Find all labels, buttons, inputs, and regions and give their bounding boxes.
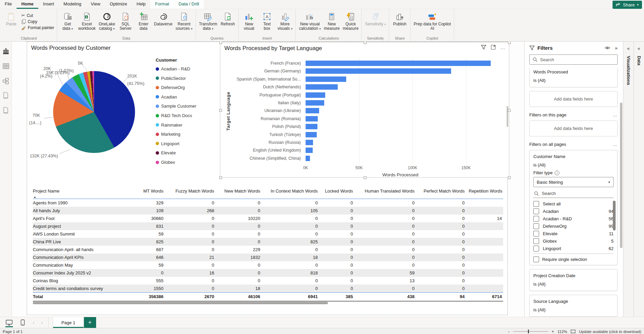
table-horizontal-scrollbar[interactable] bbox=[33, 302, 328, 304]
resize-handle[interactable] bbox=[508, 109, 511, 112]
table-row[interactable]: Communication April- all hands6870229000… bbox=[33, 246, 503, 253]
get-data-button[interactable]: Getdata ▾ bbox=[59, 10, 76, 32]
dataverse-button[interactable]: Dataverse bbox=[153, 10, 174, 27]
pie-legend-item[interactable]: Globex bbox=[156, 160, 175, 165]
tab-data-drill[interactable]: Data / Drill bbox=[174, 0, 204, 9]
tmdl-view-button[interactable]: TMDL bbox=[2, 107, 10, 115]
filter-card-words-processed[interactable]: Words Processedis (All) bbox=[529, 68, 618, 87]
mobile-layout-button[interactable] bbox=[18, 318, 27, 327]
share-button[interactable]: Share ▾ bbox=[613, 1, 642, 9]
expand-pane-icon[interactable]: « bbox=[638, 46, 640, 51]
new-visual-calculation-button[interactable]: fxNew visualcalculation ▾ bbox=[297, 10, 322, 32]
table-row[interactable]: Communication April KPIs64621183218000 bbox=[33, 253, 503, 261]
zoom-in-button[interactable]: + bbox=[552, 329, 554, 334]
resize-handle[interactable] bbox=[364, 42, 367, 44]
more-options-icon[interactable]: … bbox=[613, 142, 618, 147]
tab-modeling[interactable]: Modeling bbox=[59, 0, 86, 9]
more-visuals-button[interactable]: Morevisuals ▾ bbox=[276, 10, 294, 32]
report-page[interactable]: Words Processed by Customer201K(41.75%)1… bbox=[27, 42, 508, 315]
zoom-slider-thumb[interactable] bbox=[528, 330, 529, 333]
bar[interactable] bbox=[306, 108, 319, 113]
column-header[interactable]: Human Translated Words bbox=[353, 188, 415, 199]
filter-card-source-language[interactable]: Source Languageis (All) bbox=[529, 295, 618, 317]
filter-option[interactable]: Acadian - R&D56 bbox=[533, 215, 614, 222]
pie-legend-item[interactable]: Rainmaker bbox=[156, 123, 182, 128]
bar[interactable] bbox=[306, 156, 310, 161]
copy-button[interactable]: Copy bbox=[20, 19, 55, 24]
pie-legend-item[interactable]: Sample Customer bbox=[156, 104, 196, 109]
expand-pane-icon[interactable]: « bbox=[627, 46, 630, 51]
table-row[interactable]: April's Fool30660010220000014 bbox=[33, 215, 503, 222]
bar[interactable] bbox=[306, 124, 317, 129]
tab-help[interactable]: Help bbox=[132, 0, 151, 9]
zoom-out-button[interactable]: - bbox=[508, 329, 510, 334]
data-pane-collapsed[interactable]: « Data bbox=[634, 42, 644, 317]
bar[interactable] bbox=[306, 132, 317, 137]
table-row[interactable]: AWS London Summit59000000 bbox=[33, 230, 503, 238]
onelake-catalog-button[interactable]: OneLakecatalog ▾ bbox=[97, 10, 116, 32]
dax-query-view-button[interactable]: DAX bbox=[2, 92, 10, 100]
model-view-button[interactable] bbox=[2, 77, 10, 85]
table-row[interactable]: August project831000000 bbox=[33, 222, 503, 230]
column-header[interactable]: New Match Words bbox=[214, 188, 260, 199]
checkbox[interactable] bbox=[533, 238, 539, 244]
bar-chart-visual[interactable]: Words Processed by Target Language…Frenc… bbox=[220, 42, 509, 178]
recent-sources-button[interactable]: Recentsources ▾ bbox=[174, 10, 194, 32]
table-visual[interactable]: Project NameMT WordsFuzzy Match WordsNew… bbox=[33, 188, 503, 302]
table-row[interactable]: China PR Live82500825000 bbox=[33, 238, 503, 246]
pie-legend-item[interactable]: PublicSector bbox=[156, 76, 186, 81]
filter-type-dropdown[interactable]: Basic filtering▾ bbox=[533, 177, 614, 187]
require-single-selection-row[interactable]: Require single selection bbox=[533, 253, 614, 262]
bar[interactable] bbox=[306, 84, 338, 90]
pie-legend-item[interactable]: Lingoport bbox=[156, 141, 179, 146]
checkbox[interactable] bbox=[533, 208, 539, 214]
checkbox[interactable] bbox=[533, 246, 539, 251]
column-header[interactable]: Fuzzy Match Words bbox=[163, 188, 214, 199]
checkbox[interactable] bbox=[533, 231, 539, 237]
new-page-button[interactable]: + bbox=[84, 317, 96, 328]
transform-data-button[interactable]: Transformdata ▾ bbox=[198, 10, 219, 32]
more-options-icon[interactable]: … bbox=[613, 112, 618, 117]
table-row[interactable]: Credit terms and condiations survey15500… bbox=[33, 285, 503, 292]
tab-view[interactable]: View bbox=[86, 0, 105, 9]
excel-workbook-button[interactable]: XExcelworkbook bbox=[77, 10, 97, 31]
add-data-fields-dropzone[interactable]: Add data fields here bbox=[529, 91, 618, 107]
new-measure-button[interactable]: Newmeasure bbox=[323, 10, 341, 31]
filter-card-customer-name[interactable]: Customer Nameis (All)Filter typeiBasic f… bbox=[529, 150, 618, 265]
table-row[interactable]: All hands July1092680105000 bbox=[33, 207, 503, 215]
refresh-button[interactable]: Refresh bbox=[219, 10, 237, 27]
filter-values-search[interactable]: Search bbox=[533, 190, 614, 198]
filter-option[interactable]: Acadian94 bbox=[533, 207, 614, 215]
resize-handle[interactable] bbox=[219, 176, 222, 179]
column-header[interactable]: MT Words bbox=[130, 188, 163, 199]
column-header[interactable]: Repetition Words bbox=[465, 188, 503, 199]
add-data-fields-dropzone[interactable]: Add data fields here bbox=[529, 120, 618, 136]
column-header[interactable]: Perfect Match Words bbox=[415, 188, 465, 199]
checkbox[interactable] bbox=[533, 216, 539, 222]
new-visual-button[interactable]: Newvisual bbox=[240, 10, 258, 31]
visual-filter-icon[interactable] bbox=[481, 45, 486, 50]
bar[interactable] bbox=[306, 68, 451, 74]
bar[interactable] bbox=[306, 100, 324, 106]
prep-data-for-copilot-ai-button[interactable]: Prep data for CopilotAI bbox=[412, 10, 452, 31]
table-total-row[interactable]: Total3563862670461066941385438946714 bbox=[33, 292, 503, 302]
sql-server-button[interactable]: SQLServer bbox=[117, 10, 134, 31]
bar[interactable] bbox=[306, 61, 491, 66]
pie-chart-plot[interactable] bbox=[53, 71, 135, 153]
text-box-button[interactable]: ATextbox bbox=[258, 10, 276, 31]
tab-insert[interactable]: Insert bbox=[38, 0, 59, 9]
checkbox[interactable] bbox=[533, 223, 539, 229]
report-view-button[interactable] bbox=[2, 47, 10, 55]
resize-handle[interactable] bbox=[508, 42, 511, 44]
bar[interactable] bbox=[306, 92, 325, 98]
filters-pane-scrollbar[interactable] bbox=[620, 103, 622, 248]
checkbox[interactable] bbox=[533, 201, 539, 207]
table-row[interactable]: Agents from 1990329000000 bbox=[33, 199, 503, 207]
tab-format[interactable]: Format bbox=[150, 0, 174, 9]
collapse-pane-icon[interactable]: » bbox=[615, 45, 618, 51]
bar[interactable] bbox=[306, 76, 346, 82]
bar[interactable] bbox=[306, 148, 313, 153]
resize-handle[interactable] bbox=[508, 176, 511, 179]
tab-file[interactable]: File bbox=[0, 0, 17, 9]
pie-legend-item[interactable]: Acadian bbox=[156, 94, 177, 99]
